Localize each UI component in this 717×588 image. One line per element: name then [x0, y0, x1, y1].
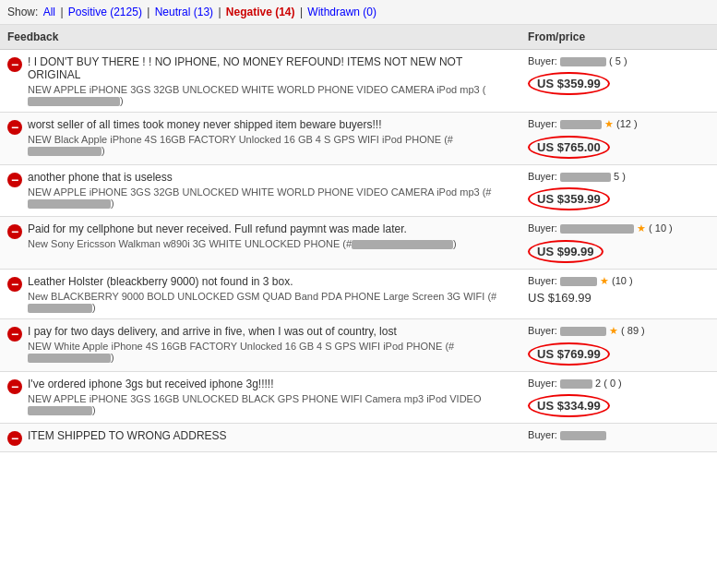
buyer-info: Buyer: ★ (10 )	[528, 275, 710, 287]
negative-icon	[7, 224, 22, 239]
rating-count: (10	[609, 275, 627, 286]
buyer-info: Buyer: ★ ( 89 )	[528, 325, 710, 337]
table-row: Leather Holster (bleackberry 9000) not f…	[0, 270, 717, 319]
star-icon: ★	[597, 275, 609, 286]
redacted-item-bar	[28, 199, 111, 209]
feedback-text: Leather Holster (bleackberry 9000) not f…	[28, 275, 513, 288]
redacted-item-bar	[352, 240, 453, 249]
buyer-label: Buyer:	[528, 118, 560, 129]
rating-count: ( 10	[646, 222, 666, 234]
rating-close: )	[639, 325, 645, 336]
feedback-text: I've ordered iphone 3gs but received iph…	[28, 378, 513, 390]
negative-icon	[7, 379, 22, 394]
star-icon: ★	[606, 325, 618, 336]
rating-count: 2 ( 0 )	[592, 378, 622, 389]
price-value: US $769.99	[528, 342, 610, 366]
negative-icon	[7, 57, 22, 72]
buyer-label: Buyer:	[528, 171, 560, 182]
filter-neutral[interactable]: Neutral (13)	[155, 6, 213, 18]
price-value: US $169.99	[528, 291, 710, 305]
negative-icon	[7, 277, 22, 292]
feedback-item: New BLACKBERRY 9000 BOLD UNLOCKED GSM QU…	[28, 291, 513, 313]
rating-count: ( 89	[618, 325, 639, 336]
feedback-text: ! I DON'T BUY THERE ! ! NO IPHONE, NO MO…	[28, 55, 513, 81]
buyer-name-redacted	[560, 57, 606, 66]
redacted-item-bar	[28, 406, 92, 415]
filter-negative[interactable]: Negative (14)	[226, 6, 295, 18]
feedback-item: NEW APPLE iPHONE 3GS 32GB UNLOCKED WHITE…	[28, 84, 513, 106]
negative-icon	[7, 327, 22, 342]
buyer-info: Buyer:	[528, 429, 710, 440]
feedback-text: worst seller of all times took money nev…	[28, 118, 513, 131]
filter-withdrawn[interactable]: Withdrawn (0)	[307, 6, 376, 18]
table-row: I pay for two days delivery, and arrive …	[0, 319, 717, 372]
feedback-text: I pay for two days delivery, and arrive …	[28, 325, 513, 338]
feedback-item: NEW APPLE iPHONE 3GS 16GB UNLOCKED BLACK…	[28, 393, 513, 415]
rating-count: 5 )	[611, 171, 626, 182]
price-value: US $334.99	[528, 394, 610, 417]
buyer-label: Buyer:	[528, 325, 560, 336]
rating-close: )	[627, 275, 633, 286]
feedback-item: New Sony Ericsson Walkman w890i 3G WHITE…	[28, 238, 513, 249]
buyer-info: Buyer: ( 5 )	[528, 55, 710, 66]
redacted-item-bar	[28, 304, 92, 313]
feedback-header: Feedback	[0, 25, 520, 50]
buyer-info: Buyer: 2 ( 0 )	[528, 378, 710, 389]
rating-count: ( 5 )	[606, 55, 627, 66]
feedback-table: Feedback From/price ! I DON'T BUY THERE …	[0, 25, 717, 452]
buyer-name-redacted	[560, 173, 611, 182]
buyer-info: Buyer: ★ (12 )	[528, 118, 710, 130]
redacted-item-bar	[28, 97, 120, 106]
buyer-info: Buyer: 5 )	[528, 171, 710, 182]
filter-all[interactable]: All	[43, 6, 55, 18]
table-row: worst seller of all times took money nev…	[0, 113, 717, 165]
buyer-label: Buyer:	[528, 55, 560, 66]
table-row: Paid for my cellphone but never received…	[0, 217, 717, 270]
negative-icon	[7, 431, 22, 446]
rating-close: )	[631, 118, 638, 129]
buyer-label: Buyer:	[528, 222, 560, 234]
buyer-name-redacted	[560, 431, 606, 440]
star-icon: ★	[602, 118, 614, 129]
buyer-name-redacted	[560, 277, 597, 286]
buyer-name-redacted	[560, 327, 606, 336]
price-value: US $765.00	[528, 136, 610, 159]
negative-icon	[7, 120, 22, 135]
price-value: US $359.99	[528, 72, 610, 95]
table-row: I've ordered iphone 3gs but received iph…	[0, 372, 717, 424]
buyer-label: Buyer:	[528, 378, 560, 389]
buyer-name-redacted	[560, 379, 592, 389]
price-header: From/price	[520, 25, 717, 50]
table-header-row: Feedback From/price	[0, 25, 717, 50]
table-row: another phone that is uselessNEW APPLE i…	[0, 165, 717, 217]
show-label: Show:	[7, 6, 38, 18]
buyer-name-redacted	[560, 120, 602, 129]
feedback-text: another phone that is useless	[28, 171, 513, 184]
table-row: ! I DON'T BUY THERE ! ! NO IPHONE, NO MO…	[0, 50, 717, 113]
filter-positive[interactable]: Positive (2125)	[68, 6, 142, 18]
price-value: US $99.99	[528, 240, 603, 263]
price-value: US $359.99	[528, 187, 610, 210]
feedback-item: NEW Black Apple iPhone 4S 16GB FACTORY U…	[28, 134, 513, 156]
redacted-item-bar	[28, 147, 102, 156]
table-row: ITEM SHIPPED TO WRONG ADDRESSBuyer:	[0, 424, 717, 452]
rating-count: (12	[614, 118, 631, 129]
star-icon: ★	[634, 222, 646, 234]
negative-icon	[7, 173, 22, 187]
rating-close: )	[666, 222, 673, 234]
buyer-label: Buyer:	[528, 429, 560, 440]
filter-bar: Show: All | Positive (2125) | Neutral (1…	[0, 0, 717, 25]
feedback-text: Paid for my cellphone but never received…	[28, 222, 513, 235]
feedback-text: ITEM SHIPPED TO WRONG ADDRESS	[28, 429, 513, 442]
redacted-item-bar	[28, 354, 111, 363]
buyer-info: Buyer: ★ ( 10 )	[528, 222, 710, 234]
feedback-item: NEW APPLE iPHONE 3GS 32GB UNLOCKED WHITE…	[28, 186, 513, 209]
buyer-name-redacted	[560, 224, 634, 234]
buyer-label: Buyer:	[528, 275, 560, 286]
feedback-item: NEW White Apple iPhone 4S 16GB FACTORY U…	[28, 341, 513, 363]
